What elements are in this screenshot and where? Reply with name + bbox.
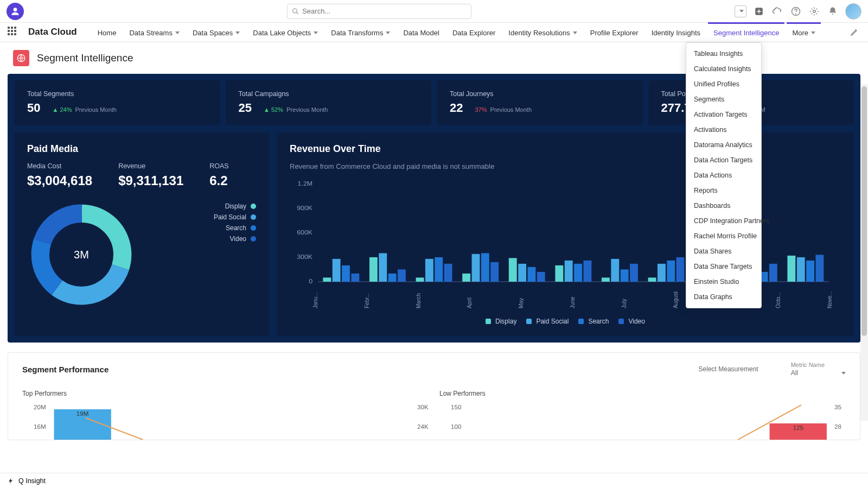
legend-label: Display [495, 318, 516, 325]
kpi-card: Total Journeys 22 37% Previous Month [437, 80, 643, 125]
top-performers-col: Top Performers 20M 16M 19M 30K 24K [22, 390, 429, 440]
kpi-value: 50 [27, 101, 40, 115]
help-button[interactable] [790, 5, 802, 17]
salesforce-button[interactable] [771, 5, 783, 17]
scrollbar-thumb[interactable] [861, 86, 867, 336]
footer-label[interactable]: Q Insight [18, 477, 46, 485]
nav-item-label: Identity Resolutions [508, 29, 570, 37]
svg-rect-44 [611, 259, 619, 282]
more-item-data-action-targets[interactable]: Data Action Targets [686, 153, 761, 168]
svg-rect-60 [797, 257, 805, 282]
nav-item-label: Profile Explorer [590, 29, 639, 37]
nav-item-data-transforms[interactable]: Data Transforms [326, 22, 395, 42]
nav-item-label: Home [98, 29, 117, 37]
app-launcher-icon[interactable] [8, 27, 18, 37]
nav-item-data-explorer[interactable]: Data Explorer [447, 22, 501, 42]
more-item-datorama-analytics[interactable]: Datorama Analytics [686, 137, 761, 153]
more-item-data-actions[interactable]: Data Actions [686, 168, 761, 183]
more-item-segments[interactable]: Segments [686, 92, 761, 107]
nav-item-more[interactable]: More [787, 22, 821, 42]
x-axis-label: Nove... [827, 301, 833, 308]
svg-rect-40 [565, 261, 573, 282]
svg-rect-28 [425, 259, 433, 282]
svg-text:900K: 900K [297, 205, 312, 211]
svg-rect-32 [472, 254, 480, 282]
donut-center-value: 3M [74, 249, 89, 261]
seg-perf-header: Segment Performance Select Measurement M… [22, 362, 846, 377]
favorites-button[interactable] [735, 5, 746, 17]
nav-item-data-streams[interactable]: Data Streams [124, 22, 184, 42]
nav-item-identity-resolutions[interactable]: Identity Resolutions [503, 22, 582, 42]
select-measurement-label[interactable]: Select Measurement [699, 365, 758, 373]
nav-item-segment-intelligence[interactable]: Segment Intelligence [708, 22, 784, 42]
cloud-icon [772, 6, 783, 17]
nav-item-label: Segment Intelligence [713, 29, 779, 37]
more-item-cdp-integration-partners[interactable]: CDP Integration Partners [686, 213, 761, 229]
svg-line-2 [296, 12, 298, 14]
svg-rect-20 [333, 259, 341, 282]
global-header [0, 0, 868, 23]
more-item-calculated-insights[interactable]: Calculated Insights [686, 61, 761, 77]
low-performers-label: Low Performers [439, 390, 846, 397]
more-item-activations[interactable]: Activations [686, 122, 761, 137]
legend-item: Search [214, 224, 256, 232]
chevron-down-icon [841, 372, 846, 375]
seg-perf-controls: Select Measurement Metric Name All [699, 362, 846, 377]
more-item-einstein-studio[interactable]: Einstein Studio [686, 274, 761, 289]
chevron-down-icon [386, 31, 390, 34]
more-item-activation-targets[interactable]: Activation Targets [686, 107, 761, 122]
page-title: Segment Intelligence [37, 52, 133, 64]
kpi-label: Total Campaigns [239, 90, 419, 98]
more-item-reports[interactable]: Reports [686, 183, 761, 198]
nav-item-label: Data Model [403, 29, 439, 37]
edit-nav-button[interactable] [848, 26, 860, 38]
more-dropdown: Tableau InsightsCalculated InsightsUnifi… [686, 42, 762, 308]
more-item-rachel-morris-profile[interactable]: Rachel Morris Profile [686, 229, 761, 244]
legend-item: Search [578, 318, 609, 325]
notifications-button[interactable] [827, 5, 839, 17]
more-item-data-share-targets[interactable]: Data Share Targets [686, 259, 761, 274]
perf-columns: Top Performers 20M 16M 19M 30K 24K Low P… [22, 390, 846, 440]
svg-rect-36 [518, 264, 526, 282]
add-button[interactable] [753, 5, 765, 17]
nav-item-label: Data Lake Objects [253, 29, 311, 37]
nav-item-data-spaces[interactable]: Data Spaces [187, 22, 245, 42]
more-item-dashboards[interactable]: Dashboards [686, 198, 761, 213]
nav-item-profile-explorer[interactable]: Profile Explorer [585, 22, 644, 42]
more-item-data-shares[interactable]: Data Shares [686, 244, 761, 259]
kpi-trend: 37% Previous Month [475, 106, 532, 113]
settings-button[interactable] [808, 5, 820, 17]
svg-text:19M: 19M [76, 411, 89, 417]
nav-item-data-model[interactable]: Data Model [398, 22, 444, 42]
global-search[interactable] [287, 4, 471, 19]
metric-name-select[interactable]: Metric Name All [791, 362, 846, 377]
svg-text:35: 35 [834, 404, 841, 410]
vertical-scrollbar[interactable] [860, 84, 868, 421]
kpi-label: Total Segments [27, 90, 207, 98]
nav-item-home[interactable]: Home [92, 22, 122, 42]
bell-icon [828, 7, 838, 16]
svg-rect-38 [537, 272, 545, 282]
x-axis-label: Octo... [775, 301, 781, 308]
more-item-unified-profiles[interactable]: Unified Profiles [686, 77, 761, 92]
metric-label: Media Cost [27, 162, 92, 170]
svg-rect-41 [574, 264, 582, 282]
svg-point-0 [14, 8, 17, 11]
svg-rect-46 [630, 264, 638, 282]
nav-item-data-lake-objects[interactable]: Data Lake Objects [247, 22, 323, 42]
svg-rect-42 [583, 261, 591, 282]
legend-item: Display [214, 202, 256, 210]
legend-item: Paid Social [214, 213, 256, 221]
more-item-data-graphs[interactable]: Data Graphs [686, 289, 761, 305]
page-icon [13, 50, 29, 66]
metric-name-label: Metric Name [791, 362, 846, 368]
search-input[interactable] [302, 7, 467, 15]
nav-item-identity-insights[interactable]: Identity Insights [646, 22, 706, 42]
user-avatar[interactable] [845, 3, 861, 20]
legend-swatch [526, 319, 532, 324]
search-icon [292, 8, 299, 15]
svg-rect-27 [416, 277, 424, 282]
more-item-tableau-insights[interactable]: Tableau Insights [686, 46, 761, 61]
app-logo[interactable] [7, 3, 24, 20]
chevron-down-icon [739, 10, 744, 12]
